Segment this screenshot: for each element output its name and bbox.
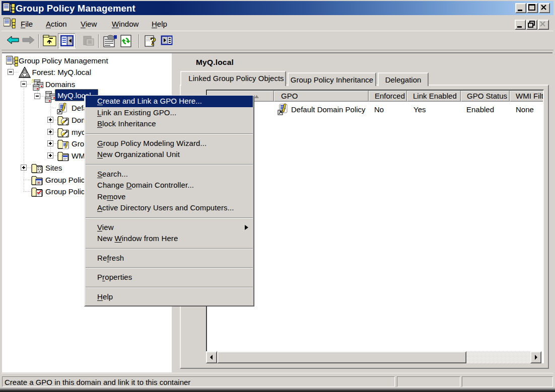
svg-text:?: ?	[150, 35, 156, 48]
